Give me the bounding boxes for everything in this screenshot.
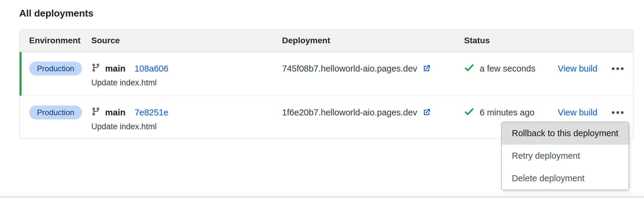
column-header-status: Status [464, 36, 558, 45]
table-row: Production main 108a606 Update index.htm… [20, 52, 633, 96]
deployment-url: 745f08b7.helloworld-aio.pages.dev [282, 64, 417, 74]
environment-badge: Production [29, 106, 82, 119]
menu-item-retry[interactable]: Retry deployment [502, 145, 629, 167]
table-header-row: Environment Source Deployment Status [20, 29, 633, 52]
external-link-icon[interactable] [422, 108, 431, 117]
deployment-url: 1f6e20b7.helloworld-aio.pages.dev [282, 108, 417, 118]
ellipsis-icon [612, 111, 615, 114]
column-header-environment: Environment [29, 36, 91, 45]
external-link-icon[interactable] [422, 64, 431, 73]
page-title: All deployments [19, 8, 93, 19]
commit-hash-link[interactable]: 7e8251e [135, 108, 169, 118]
status-time: a few seconds [480, 64, 535, 74]
row-actions-menu-button[interactable] [612, 106, 624, 119]
environment-badge: Production [29, 62, 82, 75]
menu-item-rollback[interactable]: Rollback to this deployment [502, 122, 629, 145]
menu-item-delete[interactable]: Delete deployment [502, 167, 629, 190]
column-header-deployment: Deployment [282, 36, 464, 45]
bottom-divider [0, 197, 644, 197]
branch-name: main [105, 108, 126, 118]
view-build-link[interactable]: View build [558, 106, 597, 119]
deployment-actions-context-menu: Rollback to this deployment Retry deploy… [501, 122, 629, 190]
current-deployment-accent-bar [20, 52, 22, 96]
bottom-band [0, 193, 644, 197]
check-icon [464, 106, 474, 119]
branch-name: main [105, 64, 126, 74]
commit-hash-link[interactable]: 108a606 [135, 64, 169, 74]
git-branch-icon [91, 63, 100, 74]
check-icon [464, 63, 474, 75]
view-build-link[interactable]: View build [558, 62, 597, 75]
commit-message: Update index.html [91, 122, 282, 131]
column-header-source: Source [91, 36, 282, 45]
ellipsis-icon [612, 67, 615, 70]
commit-message: Update index.html [91, 78, 282, 87]
git-branch-icon [91, 107, 100, 118]
status-time: 6 minutes ago [480, 108, 534, 118]
row-actions-menu-button[interactable] [612, 62, 624, 75]
